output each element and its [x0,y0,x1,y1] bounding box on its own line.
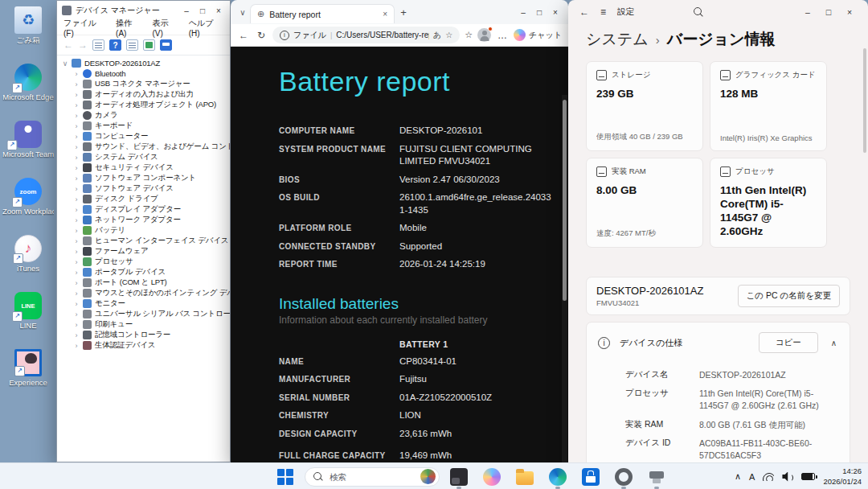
copilot-chat-button[interactable]: チャット [514,29,562,41]
device-tree-item[interactable]: › モニター [57,298,230,309]
chevron-right-icon[interactable]: › [73,279,80,287]
taskbar-app[interactable] [511,465,538,489]
chevron-right-icon[interactable]: › [73,133,80,141]
tab-close-icon[interactable]: × [383,10,387,18]
chevron-right-icon[interactable]: › [73,154,80,162]
more-menu-icon[interactable]: … [496,30,509,41]
taskbar-app[interactable] [643,465,670,489]
battery-icon[interactable] [801,473,815,480]
chevron-right-icon[interactable]: › [73,237,80,245]
chevron-right-icon[interactable]: › [73,164,80,172]
device-tree-item[interactable]: › サウンド、ビデオ、およびゲーム コントローラー [57,142,230,152]
chevron-right-icon[interactable]: › [73,300,80,308]
scrollbar-thumb[interactable] [863,48,866,153]
device-tree-item[interactable]: › ソフトウェア コンポーネント [57,173,230,183]
refresh-icon[interactable]: ↻ [255,30,268,41]
close-button[interactable]: × [547,8,563,17]
device-tree-item[interactable]: › オーディオの入力および出力 [57,89,230,100]
translate-icon[interactable]: あ [433,30,441,41]
desktop-shortcut[interactable]: Microsoft Edge [2,64,55,115]
device-tree-item[interactable]: › Bluetooth [57,68,230,79]
device-tree-item[interactable]: › セキュリティ デバイス [57,162,230,173]
chevron-down-icon[interactable]: ∨ [62,60,68,68]
volume-icon[interactable] [782,472,793,482]
chevron-right-icon[interactable]: › [73,321,80,329]
taskbar-app[interactable] [577,465,604,489]
taskbar-app[interactable] [478,465,506,489]
device-tree-item[interactable]: › コンピューター [57,131,230,142]
search-input[interactable] [328,471,416,483]
desktop-shortcut[interactable]: LINE [2,292,55,343]
rename-pc-button[interactable]: この PC の名前を変更 [738,285,840,307]
breadcrumb-system[interactable]: システム [586,29,649,50]
maximize-button[interactable]: □ [818,7,839,17]
device-tree-item[interactable]: › ディスク ドライブ [57,194,230,204]
device-tree-root[interactable]: ∨ DESKTOP-2026101AZ [57,58,230,68]
add-favorite-star-icon[interactable]: ☆ [445,31,452,39]
menu-item[interactable]: ファイル(F) [63,18,105,38]
forward-icon[interactable]: → [78,39,88,51]
tab-battery-report[interactable]: ⊕ Battery report × [250,4,395,23]
minimize-button[interactable]: – [797,7,818,17]
start-button[interactable] [272,465,299,489]
taskbar-app[interactable] [610,465,637,489]
wifi-icon[interactable] [763,473,774,481]
chevron-right-icon[interactable]: › [73,227,80,235]
address-bar[interactable]: i ファイル | C:/Users/USER/battery-repor... … [272,27,460,43]
chevron-right-icon[interactable]: › [73,290,80,298]
device-tree-item[interactable]: › ファームウェア [57,246,230,257]
chevron-right-icon[interactable]: › [73,206,80,214]
device-tree-item[interactable]: › 印刷キュー [57,319,230,330]
device-tree-item[interactable]: › オーディオ処理オブジェクト (APO) [57,100,230,110]
device-tree-item[interactable]: › ポート (COM と LPT) [57,277,230,288]
chevron-right-icon[interactable]: › [73,216,80,224]
desktop-shortcut[interactable]: ごみ箱 [2,6,55,58]
search-icon[interactable] [694,7,703,17]
close-button[interactable]: × [211,6,227,15]
chevron-right-icon[interactable]: › [73,101,80,109]
maximize-button[interactable]: □ [531,8,547,17]
device-tree-item[interactable]: › バッテリ [57,225,230,236]
chevron-right-icon[interactable]: › [73,185,80,193]
toolbar-icon[interactable] [126,39,138,51]
profile-avatar[interactable] [477,28,491,42]
taskbar-clock[interactable]: 14:26 2026/01/24 [823,466,862,487]
chevron-right-icon[interactable]: › [73,331,80,339]
device-tree-item[interactable]: › 記憶域コントローラー [57,330,230,340]
search-highlight-image[interactable] [420,469,436,484]
toolbar-icon[interactable] [160,39,172,51]
device-tree-item[interactable]: › ネットワーク アダプター [57,215,230,225]
ime-indicator[interactable]: A [749,472,755,482]
chevron-right-icon[interactable]: › [73,122,80,130]
favorites-icon[interactable]: ☆ [465,30,473,40]
chevron-right-icon[interactable]: › [73,269,80,277]
maximize-button[interactable]: □ [194,6,211,15]
hamburger-menu-icon[interactable]: ≡ [600,6,606,18]
desktop-shortcut[interactable]: Microsoft Teams [2,121,55,172]
chevron-right-icon[interactable]: › [73,80,80,88]
minimize-button[interactable]: – [515,8,531,17]
device-tree-item[interactable]: › USB コネクタ マネージャー [57,79,230,89]
menu-item[interactable]: 操作(A) [116,18,141,38]
toolbar-icon[interactable] [143,39,155,51]
desktop-shortcut[interactable]: Experience [2,349,55,401]
device-tree-item[interactable]: › ポータブル デバイス [57,267,230,277]
chevron-right-icon[interactable]: › [73,310,80,318]
menu-item[interactable]: ヘルプ(H) [189,18,223,38]
toolbar-icon[interactable] [92,39,104,51]
minimize-button[interactable]: – [178,6,194,15]
copy-button[interactable]: コピー [759,332,818,353]
taskbar-search-box[interactable] [305,467,440,487]
device-tree-item[interactable]: › ヒューマン インターフェイス デバイス [57,236,230,246]
chevron-up-icon[interactable]: ∧ [828,339,840,347]
scrollbar-thumb[interactable] [563,100,567,301]
back-icon[interactable]: ← [63,39,73,51]
chevron-right-icon[interactable]: › [73,342,80,350]
page-info-icon[interactable]: i [280,31,289,40]
device-tree-item[interactable]: › ソフトウェア デバイス [57,183,230,194]
tray-chevron-icon[interactable]: ∧ [735,471,741,482]
back-icon[interactable]: ← [237,30,250,41]
taskbar-app[interactable] [544,465,571,489]
chevron-right-icon[interactable]: › [73,258,80,266]
scrollbar[interactable] [562,95,567,462]
